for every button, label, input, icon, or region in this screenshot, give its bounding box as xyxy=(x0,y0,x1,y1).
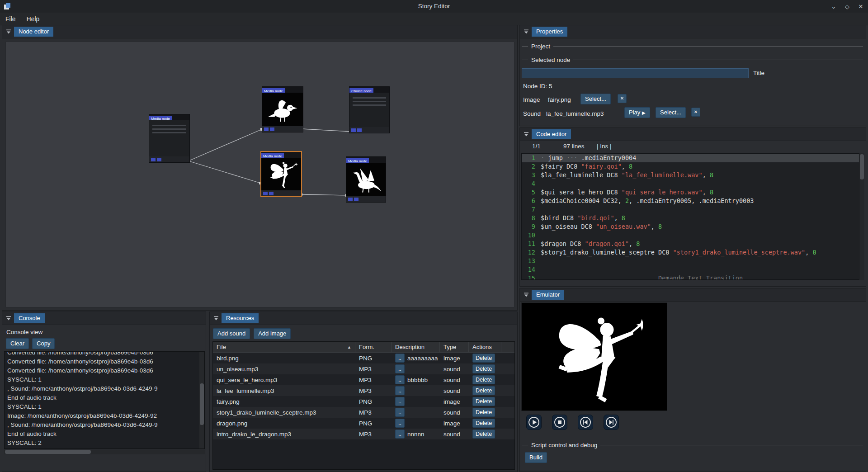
image-clear-button[interactable]: ✕ xyxy=(618,94,627,103)
sound-select-button[interactable]: Select... xyxy=(656,107,686,118)
sound-clear-button[interactable]: ✕ xyxy=(691,108,700,117)
delete-button[interactable]: Delete xyxy=(472,386,495,396)
console-vertical-scrollbar[interactable] xyxy=(199,352,204,449)
stop-button[interactable] xyxy=(552,415,567,430)
delete-button[interactable]: Delete xyxy=(472,419,495,428)
title-input[interactable] xyxy=(522,68,749,78)
collapse-icon[interactable] xyxy=(5,28,12,35)
image-select-button[interactable]: Select... xyxy=(580,94,611,104)
tab-emulator[interactable]: Emulator xyxy=(532,290,564,300)
node-mini-button[interactable] xyxy=(157,158,161,161)
node-mini-button[interactable] xyxy=(270,127,274,131)
maximize-button[interactable]: ◇ xyxy=(843,2,852,11)
column-header-description[interactable]: Description xyxy=(392,342,440,352)
node-mini-button[interactable] xyxy=(151,158,156,161)
clear-button[interactable]: Clear xyxy=(6,338,29,349)
delete-button[interactable]: Delete xyxy=(472,375,495,385)
edit-description-button[interactable]: .. xyxy=(395,397,405,406)
graph-node-start[interactable]: Media node xyxy=(149,114,190,163)
collapse-icon[interactable] xyxy=(213,315,219,321)
delete-button[interactable]: Delete xyxy=(472,364,495,374)
node-canvas[interactable]: Media nodeMedia nodeChoice nodeMedia nod… xyxy=(5,42,514,307)
table-row[interactable]: qui_sera_le_hero.mp3MP3..bbbbbbsoundDele… xyxy=(213,374,514,385)
node-mini-button[interactable] xyxy=(269,192,274,195)
line-number: 1 xyxy=(522,154,535,162)
fairy-image xyxy=(263,159,300,189)
menu-help[interactable]: Help xyxy=(21,14,45,24)
table-row[interactable]: un_oiseau.mp3MP3..soundDelete xyxy=(213,363,514,374)
description-text: aaaaaaaaa xyxy=(407,355,438,362)
table-row[interactable]: dragon.pngPNG..imageDelete xyxy=(213,418,514,429)
line-number: 13 xyxy=(522,257,535,265)
tab-node-editor[interactable]: Node editor xyxy=(14,27,53,37)
play-button[interactable] xyxy=(526,415,542,430)
edit-description-button[interactable]: .. xyxy=(395,408,405,417)
tab-console[interactable]: Console xyxy=(14,313,45,323)
table-row[interactable]: story1_drako_luminelle_sceptre.mp3MP3..s… xyxy=(213,407,514,418)
next-button[interactable] xyxy=(604,415,619,430)
copy-button[interactable]: Copy xyxy=(32,338,55,349)
node-mini-button[interactable] xyxy=(354,198,359,201)
node-mini-button[interactable] xyxy=(357,128,362,132)
table-row[interactable]: bird.pngPNG..aaaaaaaaaimageDelete xyxy=(213,353,514,363)
edit-description-button[interactable]: .. xyxy=(395,430,405,439)
scrollbar-thumb[interactable] xyxy=(200,383,204,425)
collapse-icon[interactable] xyxy=(523,292,529,298)
line-number: 5 xyxy=(522,188,535,197)
graph-node-bird[interactable]: Media node xyxy=(262,86,303,132)
collapse-icon[interactable] xyxy=(523,28,529,35)
edit-description-button[interactable]: .. xyxy=(395,375,405,385)
column-header-format[interactable]: Form. xyxy=(355,342,392,352)
code-vertical-scrollbar[interactable] xyxy=(859,153,864,280)
column-header-type[interactable]: Type xyxy=(440,342,469,352)
code-text: Demande Text Transition xyxy=(541,274,743,280)
cell-format: MP3 xyxy=(355,387,392,394)
column-header-actions[interactable]: Actions xyxy=(469,342,501,352)
edit-description-button[interactable]: .. xyxy=(395,354,405,363)
collapse-icon[interactable] xyxy=(5,315,12,321)
emulator-screen xyxy=(521,302,667,411)
code-text: $fairy DC8 "fairy.qoi", 8 xyxy=(541,162,632,171)
table-row[interactable]: la_fee_luminelle.mp3MP3..soundDelete xyxy=(213,385,514,396)
node-mini-button[interactable] xyxy=(264,127,269,131)
table-row[interactable]: intro_drako_le_dragon.mp3MP3..nnnnnsound… xyxy=(213,429,514,439)
scrollbar-thumb[interactable] xyxy=(5,450,91,454)
close-button[interactable]: ✕ xyxy=(856,2,865,11)
media-controls xyxy=(526,415,619,430)
node-mini-button[interactable] xyxy=(263,192,268,195)
delete-button[interactable]: Delete xyxy=(472,397,495,406)
add-sound-button[interactable]: Add sound xyxy=(213,328,250,339)
panel-emulator: Emulator xyxy=(519,288,866,472)
console-horizontal-scrollbar[interactable] xyxy=(4,449,205,454)
collapse-icon[interactable] xyxy=(523,131,529,137)
column-header-file[interactable]: File ▲ xyxy=(213,342,355,352)
edit-description-button[interactable]: .. xyxy=(395,364,405,374)
code-area[interactable]: 1· jump ··· .mediaEntry00042$fairy DC8 "… xyxy=(521,153,859,280)
code-line: 9$un_oiseau DC8 "un_oiseau.wav", 8 xyxy=(522,222,859,231)
cell-file: la_fee_luminelle.mp3 xyxy=(213,387,355,394)
previous-button[interactable] xyxy=(578,415,593,430)
edit-description-button[interactable]: .. xyxy=(395,386,405,396)
delete-button[interactable]: Delete xyxy=(472,408,495,417)
console-log-lines: Converted file: /home/anthony/ostproj/ba… xyxy=(5,351,204,448)
sound-play-button[interactable]: Play ▶ xyxy=(624,107,650,118)
cell-actions: Delete xyxy=(469,419,501,428)
tab-resources[interactable]: Resources xyxy=(222,313,259,323)
graph-node-fairy[interactable]: Media node xyxy=(260,151,302,197)
build-button[interactable]: Build xyxy=(525,452,547,463)
table-row[interactable]: fairy.pngPNG..imageDelete xyxy=(213,396,514,407)
delete-button[interactable]: Delete xyxy=(472,354,495,363)
add-image-button[interactable]: Add image xyxy=(254,328,291,339)
graph-node-choice[interactable]: Choice node xyxy=(349,86,390,133)
scrollbar-thumb[interactable] xyxy=(860,154,864,179)
graph-node-dragon[interactable]: Media node xyxy=(346,156,386,203)
minimize-button[interactable]: ⌄ xyxy=(829,2,838,11)
tab-code-editor[interactable]: Code editor xyxy=(532,129,571,139)
line-number: 6 xyxy=(522,197,535,205)
edit-description-button[interactable]: .. xyxy=(395,419,405,428)
delete-button[interactable]: Delete xyxy=(472,430,495,439)
tab-properties[interactable]: Properties xyxy=(532,27,567,37)
node-mini-button[interactable] xyxy=(348,198,353,201)
menu-file[interactable]: File xyxy=(0,14,21,24)
node-mini-button[interactable] xyxy=(351,128,356,132)
